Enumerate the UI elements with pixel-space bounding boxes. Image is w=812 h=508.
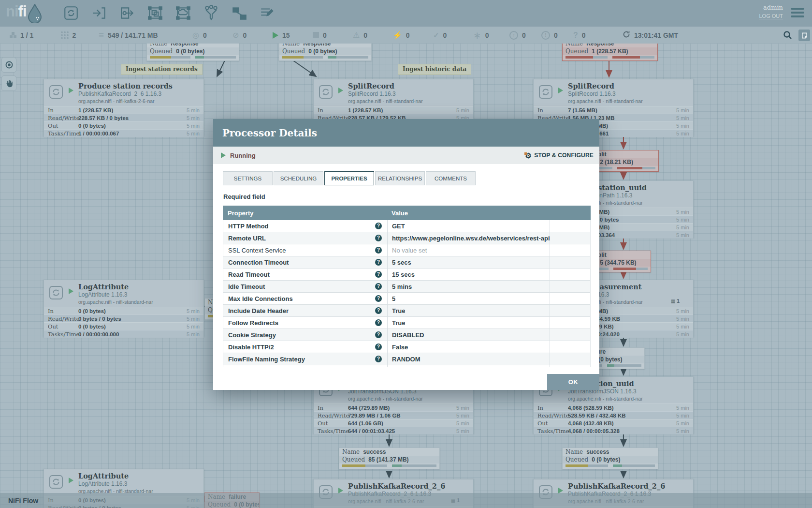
flow-label[interactable]: Ingest station records — [121, 64, 203, 75]
breadcrumb-bar: NiFi Flow — [0, 493, 812, 508]
processor-type-icon — [538, 84, 553, 102]
running-status-icon — [69, 478, 73, 483]
property-row[interactable]: Read Timeout 15 secs — [223, 269, 590, 281]
label-tool-icon[interactable] — [258, 4, 276, 22]
connection-label[interactable]: Namesuccess Queued85 (141.37 MB) — [339, 448, 440, 469]
property-row[interactable]: HTTP Method GET — [223, 220, 590, 232]
processor-type-icon — [48, 285, 64, 302]
running-status-icon — [221, 152, 226, 158]
property-row[interactable]: SSL Context Service No value set — [223, 244, 590, 256]
processor-node[interactable]: Produce station records PublishKafkaReco… — [44, 79, 204, 136]
processor-name: Produce station records — [78, 82, 173, 90]
running-status-icon — [338, 88, 343, 93]
tab[interactable]: RELATIONSHIPS — [375, 171, 425, 185]
status-item: 0 — [353, 27, 367, 44]
funnel-tool-icon[interactable] — [202, 4, 220, 22]
help-icon — [375, 344, 382, 350]
property-row[interactable]: Remote URL https://www.pegelonline.wsv.d… — [223, 232, 590, 244]
help-icon — [375, 247, 382, 254]
property-row[interactable]: Idle Timeout 5 mins — [223, 281, 590, 293]
birdseye-toggle-button[interactable] — [1, 57, 16, 73]
process-group-tool-icon[interactable] — [146, 4, 164, 22]
stop-and-configure-button[interactable]: STOP & CONFIGURE — [525, 152, 594, 159]
global-menu-icon[interactable] — [791, 8, 804, 10]
up-to-date-versions-icon — [433, 31, 439, 39]
queued-flowfiles-icon — [99, 30, 104, 40]
transmitting-remote-icon — [192, 31, 199, 39]
property-row[interactable]: Max Idle Connections 5 — [223, 293, 590, 305]
processor-name: SplitRecord — [568, 82, 643, 90]
processor-tool-icon[interactable] — [62, 4, 80, 22]
property-row[interactable]: FlowFile Naming Strategy RANDOM — [223, 353, 590, 365]
processor-node[interactable]: LogAttribute LogAttribute 1.16.3 org.apa… — [44, 280, 204, 337]
status-count: 0 — [582, 31, 586, 39]
nifi-logo: nifi — [6, 3, 42, 25]
property-row[interactable]: Follow Redirects True — [223, 317, 590, 329]
running-status-icon — [558, 88, 563, 93]
property-row[interactable]: Attributes to Send No value set — [223, 365, 590, 367]
running-status-icon — [69, 88, 73, 93]
property-value: No value set — [392, 247, 427, 254]
property-name: Follow Redirects — [228, 319, 278, 327]
dialog-header: Processor Details — [213, 119, 599, 147]
connection-label[interactable]: Namesuccess Queued0 (0 bytes) — [562, 448, 658, 469]
app-header: nifi admin LOG OUT — [0, 0, 812, 27]
status-item: 0 — [313, 27, 327, 44]
properties-table-header: Property Value — [223, 206, 591, 220]
status-count: 0 — [485, 31, 489, 39]
remote-process-group-tool-icon[interactable] — [174, 4, 192, 22]
processor-type: LogAttribute 1.16.3 — [78, 291, 153, 298]
status-count: 549 / 141.71 MB — [108, 31, 158, 39]
breadcrumb[interactable]: NiFi Flow — [8, 497, 38, 505]
status-item: 0 — [509, 27, 526, 44]
required-field-note: Required field — [223, 193, 265, 200]
property-name: Cookie Strategy — [228, 331, 276, 339]
properties-table: Property Value HTTP Method GET — [223, 206, 591, 367]
running-components-icon — [273, 32, 278, 39]
processor-name: SplitRecord — [348, 82, 423, 90]
disabled-components-icon — [393, 31, 402, 39]
property-row[interactable]: Cookie Strategy DISABLED — [223, 329, 590, 341]
logout-link[interactable]: LOG OUT — [759, 13, 783, 19]
tab[interactable]: PROPERTIES — [324, 171, 374, 185]
active-threads-icon — [61, 31, 69, 39]
property-row[interactable]: Connection Timeout 5 secs — [223, 256, 590, 269]
property-name: Disable HTTP/2 — [228, 344, 274, 351]
output-port-tool-icon[interactable] — [118, 4, 136, 22]
help-icon — [375, 356, 382, 362]
property-value: 5 secs — [392, 259, 411, 266]
status-count: 1 / 1 — [20, 31, 33, 39]
refresh-status[interactable]: 13:01:41 GMT — [623, 27, 678, 44]
property-value: 5 mins — [392, 283, 412, 290]
connection-label[interactable]: NameResponse Queued0 (0 bytes) — [146, 44, 239, 61]
component-toolbar — [62, 4, 276, 22]
status-item: 15 — [273, 27, 290, 44]
tab[interactable]: SCHEDULING — [274, 171, 323, 185]
processor-type: LogAttribute 1.16.3 — [78, 480, 153, 487]
sync-failure-icon — [541, 31, 550, 40]
flow-label[interactable]: Ingest historic data — [398, 64, 471, 75]
tab[interactable]: SETTINGS — [223, 171, 273, 185]
ok-button[interactable]: OK — [547, 374, 599, 390]
processor-bundle: org.apache.nifi - nifi-standard-nar — [348, 396, 434, 402]
status-count: 0 — [406, 31, 410, 39]
connection-label[interactable]: NameResponse Queued0 (0 bytes) — [279, 44, 372, 61]
processor-type: SplitRecord 1.16.3 — [348, 90, 423, 97]
tab[interactable]: COMMENTS — [426, 171, 476, 185]
processor-bundle: org.apache.nifi - nifi-standard-nar — [348, 98, 423, 104]
input-port-tool-icon[interactable] — [90, 4, 108, 22]
connection-label[interactable]: NameResponse Queued1 (228.57 KB) — [562, 44, 658, 61]
locally-modified-icon — [473, 30, 481, 40]
template-tool-icon[interactable] — [230, 4, 248, 22]
nifi-drop-icon — [28, 4, 42, 25]
processor-name: LogAttribute — [78, 472, 153, 480]
search-icon[interactable] — [783, 30, 792, 42]
property-value: https://www.pegelonline.wsv.de/webservic… — [392, 235, 550, 242]
property-row[interactable]: Disable HTTP/2 False — [223, 341, 590, 353]
processor-bundle: org.apache.nifi - nifi-standard-nar — [568, 98, 643, 104]
pan-hand-button[interactable] — [1, 75, 16, 91]
current-user-label: admin — [759, 4, 783, 11]
property-row[interactable]: Include Date Header True — [223, 305, 590, 317]
status-item: 2 — [61, 27, 76, 44]
bulletin-board-button[interactable] — [798, 30, 810, 41]
